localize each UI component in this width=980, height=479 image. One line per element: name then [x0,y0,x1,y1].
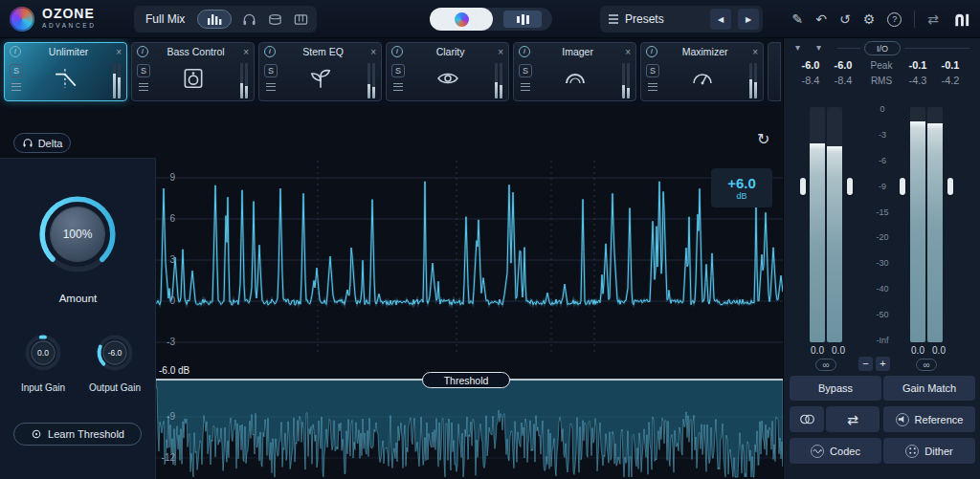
top-bar-tools: ✎ ↶ ↺ ⚙ ? ⇄ [792,0,973,38]
reference-label: Reference [915,414,964,425]
edit-icon[interactable]: ✎ [792,12,804,26]
module-card-clarity[interactable]: i Clarity × S [386,42,509,101]
info-icon[interactable]: i [646,46,657,57]
module-preset-icon[interactable] [521,86,530,87]
solo-button[interactable]: S [391,64,405,77]
maximizer-icon [689,67,716,94]
solo-button[interactable]: S [10,64,23,77]
gain-readout: +6.0 dB [711,168,772,207]
dither-label: Dither [924,446,952,457]
codec-button[interactable]: Codec [790,438,881,464]
close-icon[interactable]: × [498,47,503,57]
module-card-bass-control[interactable]: i Bass Control × S [131,42,255,101]
info-icon[interactable]: i [519,46,530,57]
help-icon[interactable]: ? [887,12,902,27]
output-gain-knob[interactable]: -6.0 [94,332,136,374]
collapse-chevron-icon[interactable]: ▾ [816,42,821,53]
close-icon[interactable]: × [370,47,376,57]
module-card-imager[interactable]: i Imager × S [513,42,636,101]
assistant-manual-toggle[interactable] [430,8,552,31]
delta-button[interactable]: Delta [13,133,71,153]
output-gain-fader-right[interactable] [947,178,953,195]
amount-value: 100% [33,190,122,278]
module-preset-icon[interactable] [648,86,657,87]
input-gain-fader-right[interactable] [847,178,853,195]
module-meters [749,63,757,98]
input-gain-knob[interactable]: 0.0 [22,332,64,374]
collapse-chevron-icon[interactable]: ▾ [795,42,800,53]
dither-button[interactable]: Dither [883,438,975,464]
assistant-toggle-option[interactable] [430,8,493,31]
axis-label: 9 [156,172,175,183]
rms-in-right: -8.4 [828,75,858,86]
learn-threshold-label: Learn Threshold [48,428,124,440]
solo-button[interactable]: S [264,64,278,77]
history-icon[interactable]: ↺ [839,12,851,26]
toolbar-separator [914,11,915,28]
settings-gear-icon[interactable]: ⚙ [863,12,876,26]
mix-selector: Full Mix [134,6,317,33]
app-title: OZONE [42,6,96,21]
io-section-toggle[interactable]: I/O [864,41,901,55]
stereo-mode-button[interactable] [790,406,824,432]
axis-label: -12 [156,452,175,463]
preset-previous-button[interactable]: ◀ [710,9,731,30]
levels-icon-button[interactable] [197,10,232,29]
gain-minus-button[interactable]: − [858,357,873,371]
module-meters [622,63,630,98]
close-icon[interactable]: × [116,47,122,57]
gain-match-button[interactable]: Gain Match [883,376,975,401]
info-icon[interactable]: i [391,46,403,57]
input-fader-value-right: 0.0 [826,345,851,356]
connect-icon[interactable]: ⇄ [927,12,939,26]
module-preset-icon[interactable] [139,86,148,87]
io-panel: ▾ ▾ I/O -6.0 -6.0 Peak -0.1 -0.1 -8.4 -8… [783,38,980,479]
meter-scale-label: -50 [864,310,901,319]
output-link-icon[interactable]: ∞ [916,359,937,371]
learn-target-icon [31,428,42,440]
input-link-icon[interactable]: ∞ [815,359,836,371]
module-card-stem-eq[interactable]: i Stem EQ × S [258,42,382,101]
solo-button[interactable]: S [646,64,659,77]
mix-selector-label[interactable]: Full Mix [142,12,189,26]
module-card-partial[interactable] [768,42,781,101]
headset-icon[interactable] [240,11,257,28]
undo-icon[interactable]: ↶ [815,12,827,26]
loop-icon[interactable]: ↻ [757,130,769,148]
rms-out-left: -4.3 [902,75,933,86]
stem-eq-icon [308,66,333,95]
learn-threshold-button[interactable]: Learn Threshold [13,423,142,446]
module-preset-icon[interactable] [11,86,21,87]
detailed-view-toggle-option[interactable] [493,8,552,31]
amount-knob[interactable]: 100% [33,190,122,278]
delta-waveform [156,105,783,479]
module-preset-icon[interactable] [266,86,276,87]
close-icon[interactable]: × [243,47,249,57]
info-icon[interactable]: i [10,46,21,57]
bypass-button[interactable]: Bypass [790,376,881,401]
gain-plus-button[interactable]: + [876,357,890,371]
info-icon[interactable]: i [264,46,276,57]
preset-selector[interactable]: Presets ◀ ▶ [600,6,763,33]
close-icon[interactable]: × [752,47,758,57]
ozone-logo-icon [10,7,34,32]
preset-selector-label[interactable]: Presets [625,12,703,26]
solo-button[interactable]: S [137,64,150,77]
meter-bars-icon [503,11,542,28]
module-card-maximizer[interactable]: i Maximizer × S [640,42,764,101]
close-icon[interactable]: × [625,47,631,57]
threshold-handle[interactable]: Threshold [422,372,510,388]
input-gain-fader-left[interactable] [800,178,806,195]
module-card-unlimiter[interactable]: i Unlimiter × S [4,42,127,101]
reference-button[interactable]: Reference [883,406,975,432]
drum-icon[interactable] [266,11,283,28]
module-preset-icon[interactable] [393,86,403,87]
solo-button[interactable]: S [519,64,532,77]
channel-swap-button[interactable]: ⇄ [826,406,880,432]
keys-icon[interactable] [292,11,309,28]
info-icon[interactable]: i [137,46,148,57]
output-gain-fader-left[interactable] [900,178,905,195]
preset-next-button[interactable]: ▶ [738,9,759,30]
module-name: Maximizer [661,46,748,57]
output-meter-left [910,107,925,342]
